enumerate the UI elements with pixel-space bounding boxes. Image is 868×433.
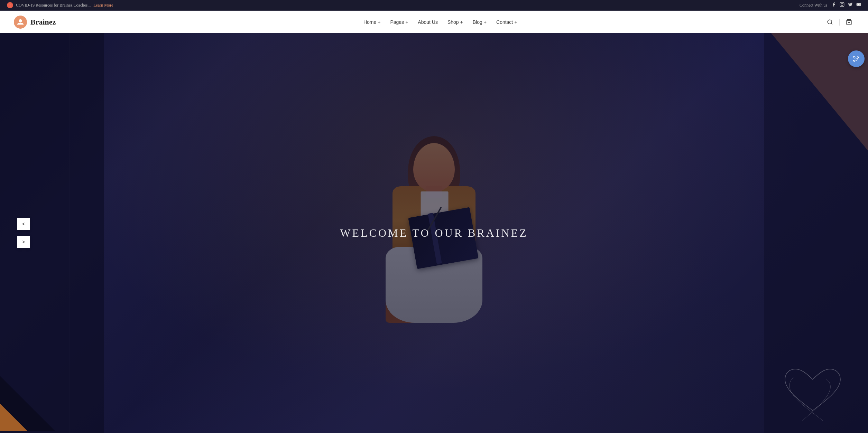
next-slide-button[interactable]: > [17, 236, 30, 248]
announcement-text: COVID-19 Resources for Brainez Coaches..… [16, 3, 91, 8]
svg-rect-0 [840, 2, 844, 7]
search-icon [827, 19, 833, 25]
corner-decoration-bottomleft [0, 376, 55, 433]
learn-more-link[interactable]: Learn More [93, 3, 113, 8]
announcement-right: Connect With us [800, 2, 861, 8]
nav-item-home[interactable]: Home + [359, 17, 385, 28]
nav-link-blog[interactable]: Blog + [469, 17, 491, 28]
facebook-icon[interactable] [831, 2, 836, 8]
prev-slide-button[interactable]: < [17, 218, 30, 230]
hero-content: WELCOME TO OUR BRAINEZ [340, 227, 528, 239]
nav-plus-contact: + [514, 19, 517, 25]
cart-button[interactable] [844, 17, 854, 27]
cart-icon [846, 19, 852, 25]
twitter-icon[interactable] [848, 2, 853, 8]
announcement-left: ! COVID-19 Resources for Brainez Coaches… [7, 2, 113, 8]
svg-point-5 [828, 20, 832, 24]
decorative-heart-lines [778, 362, 847, 426]
logo[interactable]: Brainez [14, 16, 56, 29]
hero-title: WELCOME TO OUR BRAINEZ [340, 227, 528, 239]
nav-actions [825, 17, 854, 27]
hero-section: < > WELCOME TO OUR BRAINEZ 🕊 [0, 33, 868, 433]
search-button[interactable] [825, 17, 835, 27]
chat-widget[interactable]: 🕊 [848, 50, 865, 67]
nav-item-about[interactable]: About Us [414, 17, 442, 28]
social-icons [831, 2, 861, 8]
svg-line-6 [831, 23, 832, 24]
chat-icon: 🕊 [853, 55, 860, 63]
logo-text: Brainez [30, 18, 56, 27]
nav-plus-blog: + [484, 19, 487, 25]
nav-item-blog[interactable]: Blog + [469, 17, 491, 28]
instagram-icon[interactable] [840, 2, 844, 8]
svg-point-2 [843, 3, 843, 3]
announcement-bar: ! COVID-19 Resources for Brainez Coaches… [0, 0, 868, 11]
logo-icon [14, 16, 27, 29]
connect-text: Connect With us [800, 3, 827, 8]
nav-item-shop[interactable]: Shop + [443, 17, 467, 28]
nav-link-about[interactable]: About Us [414, 17, 442, 28]
youtube-icon[interactable] [856, 2, 861, 8]
nav-plus-shop: + [460, 19, 463, 25]
svg-point-1 [841, 3, 843, 6]
nav-link-pages[interactable]: Pages + [386, 17, 412, 28]
covid-icon: ! [7, 2, 13, 8]
nav-plus-pages: + [405, 19, 408, 25]
nav-divider [839, 19, 840, 26]
nav-item-pages[interactable]: Pages + [386, 17, 412, 28]
slide-navigation: < > [17, 218, 30, 248]
svg-point-4 [19, 19, 22, 22]
nav-link-home[interactable]: Home + [359, 17, 385, 28]
navbar: Brainez Home + Pages + About Us Shop + [0, 11, 868, 33]
nav-item-contact[interactable]: Contact + [492, 17, 521, 28]
nav-plus-home: + [378, 19, 380, 25]
nav-menu: Home + Pages + About Us Shop + Blog + [359, 17, 521, 28]
nav-link-shop[interactable]: Shop + [443, 17, 467, 28]
nav-link-contact[interactable]: Contact + [492, 17, 521, 28]
